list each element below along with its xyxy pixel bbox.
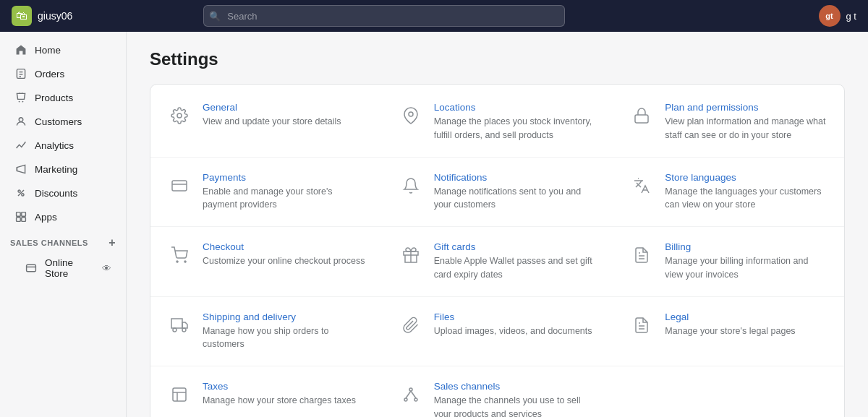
checkout-content: Checkout Customize your online checkout … [203, 241, 365, 268]
analytics-icon [14, 139, 27, 152]
locations-content: Locations Manage the places you stock in… [434, 102, 597, 142]
settings-item-payments[interactable]: Payments Enable and manage your store's … [150, 158, 382, 228]
svg-rect-35 [173, 388, 186, 401]
settings-item-general[interactable]: General View and update your store detai… [150, 87, 382, 158]
discounts-icon [14, 186, 27, 199]
shopify-icon: 🛍 [12, 6, 32, 26]
svg-point-31 [182, 328, 186, 332]
sidebar-label-marketing: Marketing [35, 164, 77, 175]
svg-point-17 [177, 113, 182, 118]
online-store-eye-icon[interactable]: 👁 [102, 263, 111, 274]
checkout-icon [166, 242, 192, 268]
main-content: Settings General View and update your st… [127, 32, 868, 417]
payments-content: Payments Enable and manage your store's … [203, 172, 366, 212]
settings-item-languages[interactable]: Store languages Manage the languages you… [613, 158, 844, 228]
svg-point-9 [22, 194, 24, 196]
settings-item-billing[interactable]: Billing Manage your billing information … [613, 227, 844, 297]
brand-area[interactable]: 🛍 giusy06 [12, 6, 72, 26]
svg-rect-13 [17, 218, 21, 222]
notifications-desc: Manage notifications sent to you and you… [434, 185, 597, 212]
saleschannels-desc: Manage the channels you use to sell your… [434, 394, 597, 417]
sidebar-label-apps: Apps [35, 212, 57, 223]
svg-point-8 [18, 190, 20, 192]
settings-item-giftcards[interactable]: Gift cards Enable Apple Wallet passes an… [382, 227, 613, 297]
add-channel-icon[interactable]: + [109, 236, 116, 249]
svg-point-6 [19, 118, 23, 122]
sidebar: Home Orders Products Customers Analytics [0, 32, 127, 417]
legal-desc: Manage your store's legal pages [665, 324, 795, 338]
general-content: General View and update your store detai… [203, 102, 341, 129]
svg-point-38 [409, 388, 412, 391]
sidebar-item-apps[interactable]: Apps [4, 205, 122, 228]
settings-item-saleschannels[interactable]: Sales channels Manage the channels you u… [382, 366, 613, 417]
billing-desc: Manage your billing information and view… [665, 254, 828, 282]
legal-title: Legal [665, 311, 795, 322]
settings-item-notifications[interactable]: Notifications Manage notifications sent … [382, 158, 613, 228]
sidebar-item-home[interactable]: Home [4, 38, 122, 61]
sidebar-label-products: Products [35, 93, 73, 103]
channels-section: SALES CHANNELS + [0, 229, 126, 252]
svg-line-42 [411, 391, 416, 398]
files-icon [398, 312, 424, 338]
svg-rect-28 [171, 319, 182, 328]
settings-item-shipping[interactable]: Shipping and delivery Manage how you shi… [150, 297, 382, 367]
shipping-title: Shipping and delivery [203, 311, 366, 322]
sidebar-item-discounts[interactable]: Discounts [4, 181, 122, 205]
settings-item-files[interactable]: Files Upload images, videos, and documen… [382, 297, 613, 367]
svg-rect-20 [172, 181, 187, 191]
settings-item-checkout[interactable]: Checkout Customize your online checkout … [150, 227, 382, 297]
plan-title: Plan and permissions [665, 102, 828, 113]
svg-line-41 [406, 391, 411, 398]
sidebar-item-analytics[interactable]: Analytics [4, 134, 122, 157]
layout: Home Orders Products Customers Analytics [0, 32, 868, 417]
svg-point-23 [184, 261, 186, 262]
sidebar-item-orders[interactable]: Orders [4, 62, 122, 85]
home-icon [14, 43, 27, 56]
giftcards-title: Gift cards [434, 241, 597, 252]
taxes-title: Taxes [203, 381, 356, 392]
legal-icon [629, 312, 655, 338]
languages-icon [629, 173, 655, 199]
sidebar-item-customers[interactable]: Customers [4, 110, 122, 133]
sidebar-label-home: Home [35, 45, 61, 56]
payments-desc: Enable and manage your store's payment p… [203, 185, 366, 212]
languages-desc: Manage the languages your customers can … [665, 185, 828, 212]
avatar[interactable]: gt [819, 5, 841, 27]
topnav: 🛍 giusy06 🔍 gt g t [0, 0, 868, 32]
svg-point-40 [414, 398, 417, 401]
settings-item-plan[interactable]: Plan and permissions View plan informati… [613, 87, 844, 158]
saleschannels-content: Sales channels Manage the channels you u… [434, 381, 597, 417]
general-title: General [203, 102, 341, 113]
sidebar-label-customers: Customers [35, 116, 82, 127]
settings-item-locations[interactable]: Locations Manage the places you stock in… [382, 87, 613, 158]
sidebar-item-online-store[interactable]: Online Store 👁 [4, 253, 122, 283]
sidebar-item-products[interactable]: Products [4, 86, 122, 109]
svg-point-5 [22, 101, 23, 103]
username-label: g t [846, 11, 856, 22]
sidebar-item-marketing[interactable]: Marketing [4, 158, 122, 181]
settings-item-taxes[interactable]: Taxes Manage how your store charges taxe… [150, 366, 382, 417]
search-input[interactable] [203, 5, 565, 27]
svg-point-4 [19, 101, 20, 103]
settings-card: General View and update your store detai… [150, 84, 845, 417]
notifications-title: Notifications [434, 172, 597, 183]
giftcards-desc: Enable Apple Wallet passes and set gift … [434, 254, 597, 282]
settings-grid: General View and update your store detai… [150, 87, 844, 417]
giftcards-icon [398, 242, 424, 268]
billing-icon [629, 242, 655, 268]
online-store-icon [25, 262, 38, 275]
svg-line-10 [18, 190, 24, 196]
topnav-right: gt g t [819, 5, 856, 27]
search-icon: 🔍 [209, 11, 221, 22]
payments-title: Payments [203, 172, 366, 183]
legal-content: Legal Manage your store's legal pages [665, 311, 795, 338]
plan-desc: View plan information and manage what st… [665, 115, 828, 142]
locations-desc: Manage the places you stock inventory, f… [434, 115, 597, 142]
settings-item-legal[interactable]: Legal Manage your store's legal pages [613, 297, 844, 367]
shipping-content: Shipping and delivery Manage how you shi… [203, 311, 366, 352]
locations-title: Locations [434, 102, 597, 113]
taxes-icon [166, 382, 192, 408]
svg-point-22 [176, 261, 178, 262]
billing-title: Billing [665, 241, 828, 252]
taxes-desc: Manage how your store charges taxes [203, 394, 356, 408]
